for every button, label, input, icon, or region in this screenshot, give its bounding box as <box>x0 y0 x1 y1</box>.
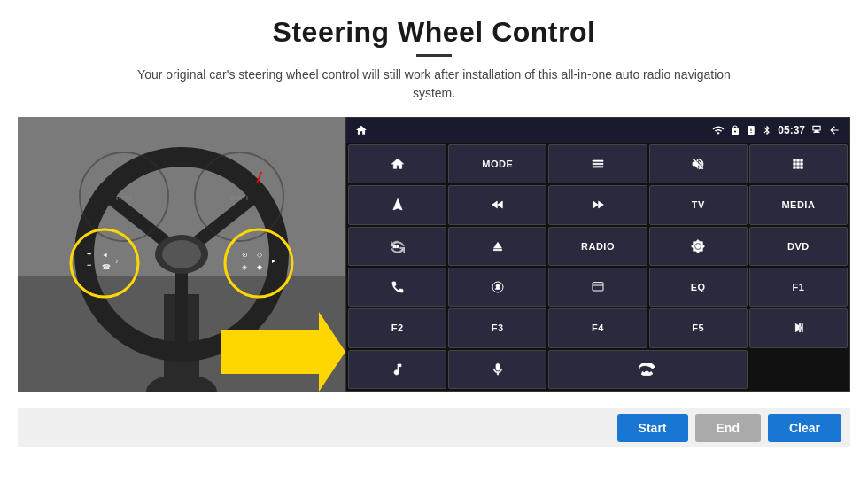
svg-text:+: + <box>87 250 91 259</box>
status-time: 05:37 <box>778 124 805 136</box>
btn-f3[interactable]: F3 <box>448 308 546 347</box>
btn-f1[interactable]: F1 <box>749 268 848 307</box>
svg-text:◇: ◇ <box>257 251 263 259</box>
btn-waze[interactable] <box>448 268 546 307</box>
btn-tv[interactable]: TV <box>649 185 748 224</box>
btn-phone[interactable] <box>348 268 446 307</box>
end-button[interactable]: End <box>695 414 761 442</box>
svg-text:RPM: RPM <box>116 194 132 202</box>
btn-rewind[interactable] <box>448 185 546 224</box>
btn-media[interactable]: MEDIA <box>749 185 848 224</box>
status-bar-right: 05:37 <box>712 124 841 136</box>
svg-text:▸: ▸ <box>272 257 275 265</box>
btn-brightness[interactable] <box>649 227 748 266</box>
home-status-icon <box>355 124 368 136</box>
btn-mic[interactable] <box>448 350 546 389</box>
head-unit: 05:37 MODE <box>345 117 850 392</box>
svg-text:◈: ◈ <box>242 263 248 271</box>
btn-mute[interactable] <box>649 144 748 183</box>
btn-window[interactable] <box>548 268 647 307</box>
btn-mode[interactable]: MODE <box>448 144 546 183</box>
svg-text:♪: ♪ <box>115 258 119 264</box>
steering-wheel-image: RPM KM/H + − ◄ ☎ ♪ ⊙ ◈ ◇ ◆ ▸ <box>18 117 345 392</box>
content-row: RPM KM/H + − ◄ ☎ ♪ ⊙ ◈ ◇ ◆ ▸ <box>18 117 850 408</box>
btn-eject[interactable] <box>448 227 546 266</box>
btn-list[interactable] <box>548 144 647 183</box>
btn-music[interactable] <box>348 350 446 389</box>
sim-icon <box>746 125 756 136</box>
wifi-icon <box>712 124 725 136</box>
btn-radio[interactable]: RADIO <box>548 227 647 266</box>
btn-360[interactable]: 360 <box>348 227 446 266</box>
svg-text:◄: ◄ <box>102 252 108 258</box>
btn-f5[interactable]: F5 <box>649 308 748 347</box>
bluetooth-icon <box>762 125 772 136</box>
svg-text:−: − <box>87 260 91 269</box>
lock-icon <box>730 125 740 136</box>
btn-apps[interactable] <box>749 144 848 183</box>
status-bar-left <box>355 124 368 136</box>
controls-grid: MODE TV <box>346 143 849 391</box>
svg-rect-31 <box>593 283 603 291</box>
clear-button[interactable]: Clear <box>768 414 841 442</box>
screen-icon <box>810 124 823 136</box>
btn-home[interactable] <box>348 144 446 183</box>
page-title: Steering Wheel Control <box>273 16 596 49</box>
page-subtitle: Your original car's steering wheel contr… <box>124 66 744 103</box>
btn-playpause[interactable] <box>749 308 848 347</box>
page-container: Steering Wheel Control Your original car… <box>0 0 868 482</box>
btn-navigate[interactable] <box>348 185 446 224</box>
title-divider <box>416 54 452 57</box>
status-bar: 05:37 <box>346 118 849 143</box>
svg-text:⊙: ⊙ <box>242 251 248 259</box>
back-icon <box>828 124 841 136</box>
svg-point-9 <box>162 240 201 268</box>
btn-dvd[interactable]: DVD <box>749 227 848 266</box>
btn-forward[interactable] <box>548 185 647 224</box>
btn-eq[interactable]: EQ <box>649 268 748 307</box>
svg-text:◆: ◆ <box>257 263 263 271</box>
start-button[interactable]: Start <box>617 414 688 442</box>
btn-f2[interactable]: F2 <box>348 308 446 347</box>
svg-text:KM/H: KM/H <box>230 194 248 202</box>
svg-text:☎: ☎ <box>102 263 111 271</box>
bottom-bar: Start End Clear <box>18 408 850 447</box>
btn-f4[interactable]: F4 <box>548 308 647 347</box>
btn-hangup[interactable] <box>548 350 747 389</box>
svg-text:360: 360 <box>392 245 399 249</box>
